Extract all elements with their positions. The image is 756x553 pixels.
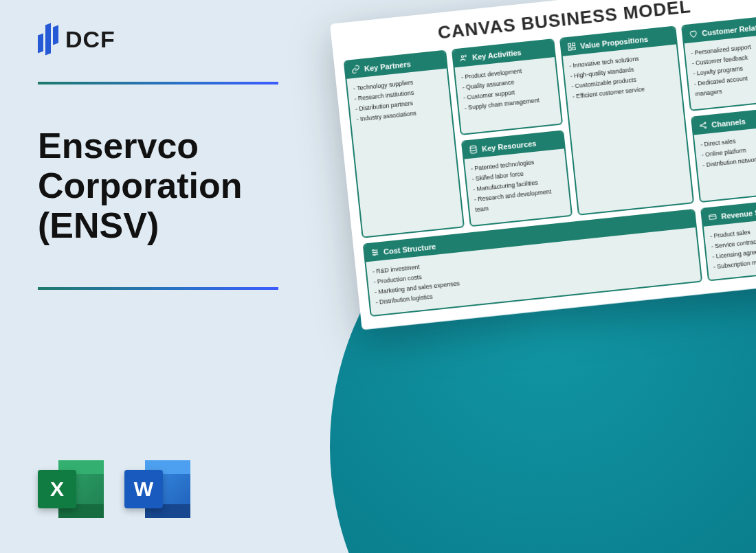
page-title: Enservco Corporation (ENSV) bbox=[38, 126, 326, 246]
brand-logo-icon bbox=[38, 24, 58, 54]
svg-rect-5 bbox=[568, 47, 571, 50]
block-key-resources: Key Resources Patented technologiesSkill… bbox=[461, 130, 572, 227]
svg-rect-4 bbox=[572, 43, 575, 46]
heart-icon bbox=[689, 29, 698, 38]
block-label: Revenue Streams bbox=[721, 205, 756, 221]
block-label: Customer Relationships bbox=[702, 20, 756, 37]
svg-point-11 bbox=[376, 251, 377, 253]
svg-point-10 bbox=[373, 249, 374, 251]
svg-rect-3 bbox=[568, 43, 571, 46]
divider-top bbox=[38, 82, 278, 84]
app-icons-row: X W bbox=[38, 456, 190, 522]
sliders-icon bbox=[370, 247, 379, 257]
left-column: DCF Enservco Corporation (ENSV) bbox=[38, 24, 326, 290]
svg-point-0 bbox=[461, 56, 464, 58]
card-icon bbox=[708, 212, 718, 222]
block-value-propositions: Value Propositions Innovative tech solut… bbox=[559, 25, 694, 215]
brand-logo-text: DCF bbox=[65, 26, 115, 53]
excel-icon: X bbox=[38, 456, 104, 522]
canvas-grid: Key Partners Technology suppliersResearc… bbox=[344, 14, 756, 317]
block-label: Key Partners bbox=[364, 60, 411, 73]
block-items: Technology suppliersResearch institution… bbox=[346, 69, 463, 237]
svg-rect-6 bbox=[572, 47, 575, 49]
block-label: Cost Structure bbox=[383, 242, 436, 256]
block-items: Innovative tech solutionsHigh-quality st… bbox=[563, 44, 693, 214]
canvas-card: CANVAS BUSINESS MODEL Key Partners Techn… bbox=[330, 0, 756, 330]
block-customer-relationships: Customer Relationships Personalized supp… bbox=[681, 16, 756, 111]
link-icon bbox=[351, 65, 360, 74]
divider-bottom bbox=[38, 287, 278, 290]
block-label: Value Propositions bbox=[580, 34, 649, 49]
block-items: Product salesService contractsLicensing … bbox=[704, 218, 756, 280]
svg-point-1 bbox=[465, 55, 466, 56]
block-label: Channels bbox=[711, 117, 746, 128]
svg-point-9 bbox=[704, 126, 706, 128]
svg-point-2 bbox=[470, 146, 476, 148]
block-items: Direct salesOnline platformDistribution … bbox=[694, 126, 756, 178]
word-icon: W bbox=[124, 456, 190, 522]
block-label: Key Resources bbox=[482, 139, 537, 153]
block-items: Personalized supportCustomer feedbackLoy… bbox=[685, 34, 756, 106]
svg-point-8 bbox=[704, 122, 706, 124]
block-key-partners: Key Partners Technology suppliersResearc… bbox=[344, 50, 465, 238]
block-label: Key Activities bbox=[472, 48, 522, 61]
brand-logo: DCF bbox=[38, 24, 326, 54]
grid-icon bbox=[567, 42, 577, 52]
share-icon bbox=[698, 120, 708, 130]
block-revenue-streams: Revenue Streams Product salesService con… bbox=[700, 199, 756, 282]
block-items: Product developmentQuality assuranceCust… bbox=[455, 57, 560, 121]
database-icon bbox=[469, 145, 478, 155]
svg-point-12 bbox=[374, 254, 375, 256]
people-icon bbox=[459, 53, 469, 63]
svg-point-7 bbox=[700, 125, 701, 126]
block-items: Patented technologiesSkilled labor force… bbox=[465, 148, 571, 223]
block-channels: Channels Direct salesOnline platformDist… bbox=[691, 107, 756, 203]
svg-rect-13 bbox=[709, 214, 716, 219]
block-key-activities: Key Activities Product developmentQualit… bbox=[452, 38, 563, 135]
